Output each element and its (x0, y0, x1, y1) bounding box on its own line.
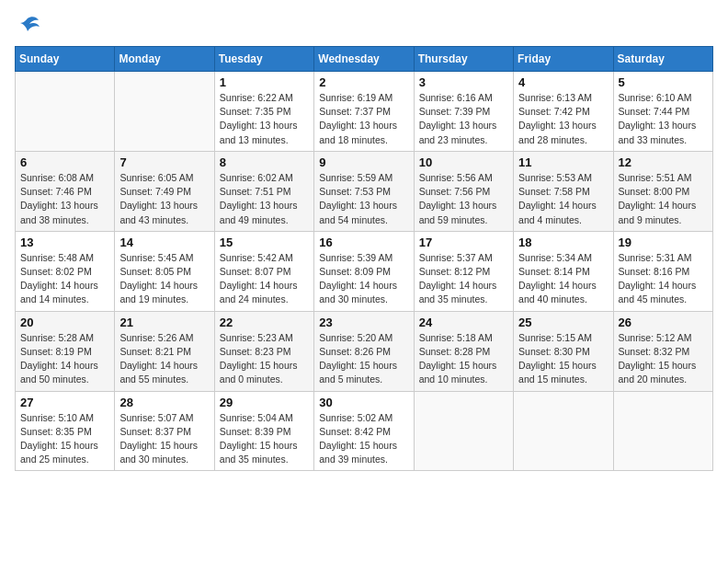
day-number: 23 (319, 316, 408, 329)
day-number: 1 (220, 75, 309, 89)
day-info: Sunrise: 5:02 AM Sunset: 8:42 PM Dayligh… (319, 411, 408, 467)
calendar-day-cell: 14Sunrise: 5:45 AM Sunset: 8:05 PM Dayli… (115, 231, 214, 311)
day-number: 9 (319, 155, 408, 169)
day-info: Sunrise: 5:26 AM Sunset: 8:21 PM Dayligh… (119, 331, 209, 387)
calendar-day-cell (414, 391, 513, 471)
calendar-day-cell: 2Sunrise: 6:19 AM Sunset: 7:37 PM Daylig… (314, 72, 414, 152)
day-number: 17 (419, 236, 508, 249)
day-number: 11 (518, 155, 608, 169)
day-info: Sunrise: 5:20 AM Sunset: 8:26 PM Dayligh… (319, 331, 408, 387)
day-number: 15 (220, 236, 309, 249)
day-number: 5 (619, 75, 708, 89)
day-info: Sunrise: 6:19 AM Sunset: 7:37 PM Dayligh… (319, 91, 408, 147)
day-info: Sunrise: 6:02 AM Sunset: 7:51 PM Dayligh… (220, 171, 309, 227)
day-number: 22 (220, 316, 309, 329)
calendar-day-cell: 10Sunrise: 5:56 AM Sunset: 7:56 PM Dayli… (414, 151, 513, 231)
calendar-day-cell: 22Sunrise: 5:23 AM Sunset: 8:23 PM Dayli… (214, 311, 313, 391)
day-number: 24 (419, 316, 508, 329)
calendar-day-cell: 29Sunrise: 5:04 AM Sunset: 8:39 PM Dayli… (214, 391, 313, 471)
day-number: 30 (319, 396, 408, 409)
calendar-day-cell (514, 391, 613, 471)
calendar-week-row: 27Sunrise: 5:10 AM Sunset: 8:35 PM Dayli… (16, 391, 713, 471)
day-number: 26 (619, 316, 708, 329)
day-info: Sunrise: 5:48 AM Sunset: 8:02 PM Dayligh… (20, 251, 109, 307)
calendar-day-cell: 13Sunrise: 5:48 AM Sunset: 8:02 PM Dayli… (16, 231, 115, 311)
calendar-day-cell: 3Sunrise: 6:16 AM Sunset: 7:39 PM Daylig… (414, 72, 513, 152)
calendar-day-cell: 24Sunrise: 5:18 AM Sunset: 8:28 PM Dayli… (414, 311, 513, 391)
day-number: 20 (20, 316, 109, 329)
calendar-day-cell (16, 72, 115, 152)
calendar-day-cell: 28Sunrise: 5:07 AM Sunset: 8:37 PM Dayli… (115, 391, 214, 471)
calendar-week-row: 20Sunrise: 5:28 AM Sunset: 8:19 PM Dayli… (16, 311, 713, 391)
day-number: 18 (518, 236, 608, 249)
day-number: 3 (419, 75, 508, 89)
day-info: Sunrise: 6:10 AM Sunset: 7:44 PM Dayligh… (619, 91, 708, 147)
calendar-day-cell: 5Sunrise: 6:10 AM Sunset: 7:44 PM Daylig… (613, 72, 712, 152)
day-number: 8 (220, 155, 309, 169)
logo-bird-icon (15, 15, 40, 35)
calendar-day-cell: 25Sunrise: 5:15 AM Sunset: 8:30 PM Dayli… (514, 311, 613, 391)
logo (15, 15, 44, 35)
calendar-day-cell: 11Sunrise: 5:53 AM Sunset: 7:58 PM Dayli… (514, 151, 613, 231)
calendar-table: SundayMondayTuesdayWednesdayThursdayFrid… (15, 46, 713, 471)
day-number: 2 (319, 75, 408, 89)
day-info: Sunrise: 6:08 AM Sunset: 7:46 PM Dayligh… (20, 171, 109, 227)
day-number: 27 (20, 396, 109, 409)
calendar-day-header: Thursday (414, 47, 513, 72)
calendar-day-cell: 23Sunrise: 5:20 AM Sunset: 8:26 PM Dayli… (314, 311, 414, 391)
day-info: Sunrise: 5:45 AM Sunset: 8:05 PM Dayligh… (119, 251, 209, 307)
day-info: Sunrise: 5:53 AM Sunset: 7:58 PM Dayligh… (518, 171, 608, 227)
day-info: Sunrise: 5:23 AM Sunset: 8:23 PM Dayligh… (220, 331, 309, 387)
day-info: Sunrise: 6:16 AM Sunset: 7:39 PM Dayligh… (419, 91, 508, 147)
day-number: 25 (518, 316, 608, 329)
calendar-day-cell: 9Sunrise: 5:59 AM Sunset: 7:53 PM Daylig… (314, 151, 414, 231)
calendar-day-cell: 16Sunrise: 5:39 AM Sunset: 8:09 PM Dayli… (314, 231, 414, 311)
calendar-day-cell: 7Sunrise: 6:05 AM Sunset: 7:49 PM Daylig… (115, 151, 214, 231)
day-info: Sunrise: 6:05 AM Sunset: 7:49 PM Dayligh… (119, 171, 209, 227)
day-info: Sunrise: 5:59 AM Sunset: 7:53 PM Dayligh… (319, 171, 408, 227)
calendar-day-cell: 4Sunrise: 6:13 AM Sunset: 7:42 PM Daylig… (514, 72, 613, 152)
day-number: 10 (419, 155, 508, 169)
calendar-day-header: Sunday (16, 47, 115, 72)
day-number: 7 (119, 155, 209, 169)
calendar-day-cell: 15Sunrise: 5:42 AM Sunset: 8:07 PM Dayli… (214, 231, 313, 311)
day-number: 6 (20, 155, 109, 169)
day-info: Sunrise: 5:10 AM Sunset: 8:35 PM Dayligh… (20, 411, 109, 467)
day-number: 16 (319, 236, 408, 249)
day-info: Sunrise: 5:18 AM Sunset: 8:28 PM Dayligh… (419, 331, 508, 387)
day-number: 28 (119, 396, 209, 409)
calendar-day-header: Wednesday (314, 47, 414, 72)
day-info: Sunrise: 5:51 AM Sunset: 8:00 PM Dayligh… (619, 171, 708, 227)
calendar-day-header: Monday (115, 47, 214, 72)
calendar-day-header: Tuesday (214, 47, 313, 72)
day-info: Sunrise: 5:07 AM Sunset: 8:37 PM Dayligh… (119, 411, 209, 467)
calendar-day-cell: 17Sunrise: 5:37 AM Sunset: 8:12 PM Dayli… (414, 231, 513, 311)
day-info: Sunrise: 5:39 AM Sunset: 8:09 PM Dayligh… (319, 251, 408, 307)
calendar-day-cell: 19Sunrise: 5:31 AM Sunset: 8:16 PM Dayli… (613, 231, 712, 311)
day-info: Sunrise: 6:13 AM Sunset: 7:42 PM Dayligh… (518, 91, 608, 147)
calendar-day-cell (613, 391, 712, 471)
calendar-day-cell: 8Sunrise: 6:02 AM Sunset: 7:51 PM Daylig… (214, 151, 313, 231)
calendar-day-cell: 12Sunrise: 5:51 AM Sunset: 8:00 PM Dayli… (613, 151, 712, 231)
calendar-day-cell: 6Sunrise: 6:08 AM Sunset: 7:46 PM Daylig… (16, 151, 115, 231)
calendar-day-cell: 1Sunrise: 6:22 AM Sunset: 7:35 PM Daylig… (214, 72, 313, 152)
day-info: Sunrise: 5:15 AM Sunset: 8:30 PM Dayligh… (518, 331, 608, 387)
day-number: 19 (619, 236, 708, 249)
day-number: 29 (220, 396, 309, 409)
day-number: 4 (518, 75, 608, 89)
calendar-week-row: 6Sunrise: 6:08 AM Sunset: 7:46 PM Daylig… (16, 151, 713, 231)
day-info: Sunrise: 6:22 AM Sunset: 7:35 PM Dayligh… (220, 91, 309, 147)
calendar-week-row: 13Sunrise: 5:48 AM Sunset: 8:02 PM Dayli… (16, 231, 713, 311)
day-info: Sunrise: 5:34 AM Sunset: 8:14 PM Dayligh… (518, 251, 608, 307)
day-info: Sunrise: 5:42 AM Sunset: 8:07 PM Dayligh… (220, 251, 309, 307)
day-info: Sunrise: 5:12 AM Sunset: 8:32 PM Dayligh… (619, 331, 708, 387)
calendar-header-row: SundayMondayTuesdayWednesdayThursdayFrid… (16, 47, 713, 72)
calendar-day-cell: 20Sunrise: 5:28 AM Sunset: 8:19 PM Dayli… (16, 311, 115, 391)
calendar-day-header: Saturday (613, 47, 712, 72)
day-info: Sunrise: 5:37 AM Sunset: 8:12 PM Dayligh… (419, 251, 508, 307)
calendar-day-cell: 26Sunrise: 5:12 AM Sunset: 8:32 PM Dayli… (613, 311, 712, 391)
calendar-day-cell: 30Sunrise: 5:02 AM Sunset: 8:42 PM Dayli… (314, 391, 414, 471)
calendar-day-cell: 18Sunrise: 5:34 AM Sunset: 8:14 PM Dayli… (514, 231, 613, 311)
day-number: 12 (619, 155, 708, 169)
calendar-week-row: 1Sunrise: 6:22 AM Sunset: 7:35 PM Daylig… (16, 72, 713, 152)
